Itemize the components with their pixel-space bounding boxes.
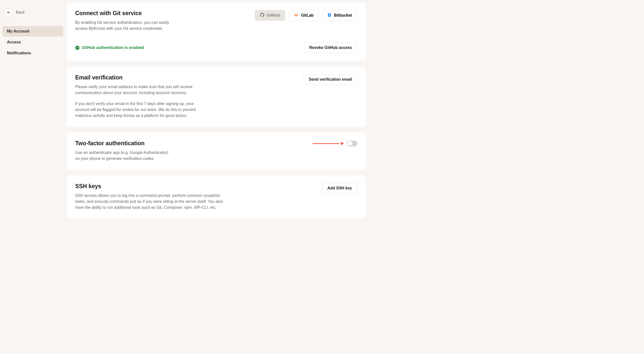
ssh-card-title: SSH keys: [75, 183, 224, 190]
ssh-keys-card: SSH keys SSH access allows you to log in…: [67, 176, 366, 218]
annotation-arrow-head-icon: [341, 142, 344, 145]
two-factor-title: Two-factor authentication: [75, 140, 170, 147]
sidebar-item-my-account[interactable]: My Account: [2, 26, 63, 36]
gitlab-provider-label: GitLab: [301, 13, 314, 18]
github-provider-label: GitHub: [267, 13, 280, 18]
gitlab-icon: [294, 13, 298, 18]
two-factor-toggle[interactable]: [347, 140, 357, 146]
back-label[interactable]: Back: [16, 10, 25, 15]
sidebar: Back My Account Access Notifications: [0, 0, 66, 354]
toggle-knob-icon: [347, 141, 352, 146]
email-card-description-1: Please verify your email address to make…: [75, 84, 194, 96]
git-card-title: Connect with Git service: [75, 10, 170, 17]
bitbucket-icon: [328, 13, 332, 18]
git-provider-group: GitHub GitLab Bitbucket: [255, 10, 357, 21]
annotation-arrow-icon: [312, 143, 340, 144]
git-service-card: Connect with Git service By enabling Git…: [67, 2, 366, 61]
email-card-description-2: If you don't verify your email in the fi…: [75, 101, 199, 119]
git-auth-status-text: GitHub authentication is enabled: [82, 46, 144, 50]
back-link[interactable]: Back: [2, 9, 63, 26]
revoke-github-button[interactable]: Revoke GitHub access: [304, 42, 357, 53]
add-ssh-key-button[interactable]: Add SSH key: [322, 183, 357, 194]
git-card-description: By enabling Git service authentication, …: [75, 20, 170, 32]
github-icon: [260, 13, 264, 18]
back-icon[interactable]: [5, 9, 12, 16]
send-verification-email-button[interactable]: Send verification email: [304, 74, 357, 85]
git-auth-status: GitHub authentication is enabled: [75, 46, 144, 50]
ssh-card-description: SSH access allows you to log into a comm…: [75, 193, 224, 210]
main-content: Connect with Git service By enabling Git…: [66, 0, 369, 354]
two-factor-description: Use an authenticator app (e.g. Google Au…: [75, 150, 170, 162]
sidebar-item-notifications[interactable]: Notifications: [2, 48, 63, 58]
bitbucket-provider-label: Bitbucket: [334, 13, 352, 18]
email-card-title: Email verification: [75, 74, 199, 81]
bitbucket-provider-button[interactable]: Bitbucket: [322, 10, 357, 21]
github-provider-button[interactable]: GitHub: [255, 10, 285, 21]
email-verification-card: Email verification Please verify your em…: [67, 67, 366, 126]
check-circle-icon: [75, 46, 80, 50]
sidebar-item-access[interactable]: Access: [2, 37, 63, 48]
two-factor-card: Two-factor authentication Use an authent…: [67, 132, 366, 170]
gitlab-provider-button[interactable]: GitLab: [289, 10, 319, 21]
